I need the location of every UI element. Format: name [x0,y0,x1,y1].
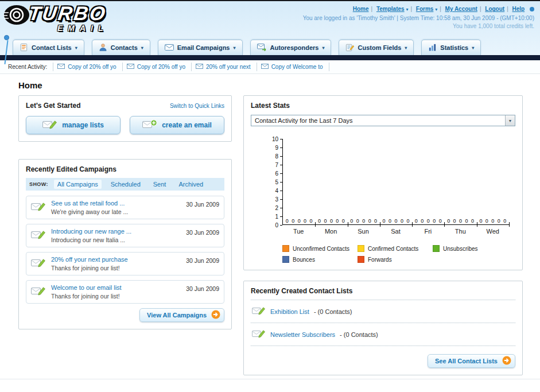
footer-divider [0,379,540,379]
login-info: You are logged in as 'Timothy Smith' | S… [303,15,534,21]
contact-list-link[interactable]: Exhibition List [270,308,309,315]
x-axis-label: Wed [477,228,509,235]
see-all-contact-lists-button[interactable]: See All Contact Lists [428,354,515,368]
content-columns: Let's Get Started Switch to Quick Links … [0,95,540,375]
y-axis-tick: 7 [263,161,282,168]
latest-stats-title: Latest Stats [251,102,515,110]
nav-link-my-account[interactable]: My Account [445,6,477,12]
switch-quick-links-link[interactable]: Switch to Quick Links [170,103,224,109]
campaign-item: Introducing our new range ... Introducin… [26,224,224,247]
stats-period-select[interactable]: Contact Activity for the Last 7 Days ▼ [251,115,515,126]
filter-all-campaigns[interactable]: All Campaigns [54,180,102,189]
chart-bar-group: 00000 [412,139,444,224]
legend-item: Bounces [282,256,358,263]
bar-value-label: 0 [304,218,306,224]
filter-archived[interactable]: Archived [175,180,207,189]
chart-y-axis: 109876543210 [263,135,282,229]
nav-link-home[interactable]: Home [353,6,369,12]
filter-scheduled[interactable]: Scheduled [107,180,144,189]
nav-link-help[interactable]: Help [512,6,525,12]
legend-label: Forwards [368,257,392,263]
bar-value-label: 0 [485,218,488,224]
tab-email-campaigns[interactable]: Email Campaigns ▾ [158,40,243,55]
tab-custom-fields[interactable]: Custom Fields ▾ [339,40,414,55]
campaigns-title: Recently Edited Campaigns [26,165,224,173]
legend-item: Forwards [358,256,433,263]
contact-list-count: - (0 Contacts) [314,308,352,315]
campaign-title-link[interactable]: See us at the retail food ... [51,199,128,208]
recent-activity-item[interactable]: Copy of Welcome to [257,63,329,71]
x-axis-label: Sat [379,228,411,235]
chevron-down-icon: ▾ [472,45,474,51]
create-email-label: create an email [162,121,212,129]
email-icon [261,64,269,70]
envelope-pencil-icon [252,328,266,340]
nav-link-templates[interactable]: Templates [376,6,405,12]
campaigns-filter-bar: SHOW: All Campaigns Scheduled Sent Archi… [26,178,224,191]
tab-label: Autoresponders [270,44,319,51]
tab-autoresponders[interactable]: Autoresponders ▾ [250,40,332,55]
chevron-down-icon: ▾ [75,45,77,51]
campaign-title-link[interactable]: Introducing our new range ... [51,227,131,236]
balloon-dot-decoration [4,35,9,40]
tab-label: Contacts [111,44,138,51]
contact-list-link[interactable]: Newsletter Subscribers [270,331,335,338]
chevron-down-icon: ▾ [406,7,408,12]
tab-label: Contact Lists [32,44,72,51]
chevron-down-icon: ▾ [233,45,235,51]
y-axis-tick: 4 [263,188,282,195]
activity-item-label: Copy of 20% off yo [137,64,185,70]
bar-value-label: 0 [310,218,313,224]
nav-link-logout[interactable]: Logout [485,6,504,12]
y-axis-tick: 0 [263,222,282,229]
left-column: Let's Get Started Switch to Quick Links … [18,95,232,329]
recent-activity-bar: Recent Activity: Copy of 20% off yo Copy… [0,60,540,74]
create-email-button[interactable]: create an email [130,116,224,134]
recent-activity-item[interactable]: 20% off your next [192,63,257,71]
bar-value-label: 0 [356,218,359,224]
campaign-title-link[interactable]: 20% off your next purchase [51,255,128,264]
view-all-campaigns-label: View All Campaigns [147,312,207,319]
header-right: Home| Templates ▾| Forms ▾| My Account| … [303,2,534,36]
nav-divider-bar [0,55,540,60]
envelope-pencil-icon [31,229,46,243]
filter-sent[interactable]: Sent [150,180,170,189]
chart-bar-group: 00000 [283,139,315,224]
logo-subtitle: EMAIL [57,24,108,33]
view-all-campaigns-button[interactable]: View All Campaigns [139,308,224,322]
bar-value-label: 0 [368,218,371,224]
bar-value-label: 0 [383,218,386,224]
bar-value-label: 0 [447,218,450,224]
campaign-title-link[interactable]: Welcome to our email list [51,284,122,292]
campaign-item: Welcome to our email list Thanks for joi… [26,280,224,304]
manage-lists-button[interactable]: manage lists [26,116,121,134]
contact-list-item: Newsletter Subscribers - (0 Contacts) [251,323,515,346]
recent-activity-item[interactable]: Copy of 20% off yo [123,63,192,71]
select-arrow-icon: ▼ [505,115,515,126]
campaign-subtitle: Thanks for joining our list! [51,264,128,272]
nav-separator: | [480,6,481,12]
tab-contacts[interactable]: Contacts ▾ [92,40,150,55]
envelope-icon [165,44,174,52]
bar-value-label: 0 [286,218,289,224]
nav-link-forms[interactable]: Forms [416,6,434,12]
chevron-down-icon: ▾ [405,45,407,51]
bar-value-label: 0 [498,218,500,224]
bar-chart-icon [428,43,437,53]
x-axis-label: Sun [347,228,379,235]
chevron-down-icon: ▾ [322,45,324,51]
tab-contact-lists[interactable]: Contact Lists ▾ [13,40,84,55]
x-axis-label: Thu [444,228,476,235]
legend-swatch [358,245,364,252]
chart-bar-group: 00000 [380,139,412,224]
envelope-plus-icon [142,119,157,132]
recent-activity-item[interactable]: Copy of 20% off yo [53,63,122,71]
bar-value-label: 0 [298,218,301,224]
bar-value-label: 0 [394,218,397,224]
tab-statistics[interactable]: Statistics ▾ [421,40,481,55]
chart-legend: Unconfirmed ContactsConfirmed ContactsUn… [282,245,509,263]
nav-separator: | [507,6,508,12]
logo-title: TURBO [27,2,108,25]
bar-value-label: 0 [389,218,391,224]
activity-item-label: Copy of Welcome to [271,64,323,70]
